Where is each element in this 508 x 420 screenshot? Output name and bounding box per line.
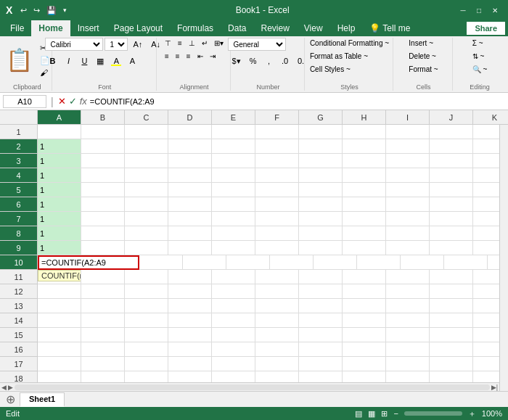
col-header-K[interactable]: K xyxy=(473,110,508,124)
italic-button[interactable]: I xyxy=(61,54,75,67)
underline-button[interactable]: U xyxy=(77,54,91,67)
row-header-7[interactable]: 7 xyxy=(0,212,38,226)
number-format-select[interactable]: General xyxy=(228,38,286,51)
cell-B8[interactable] xyxy=(81,226,125,241)
font-color-button[interactable]: A xyxy=(125,54,139,67)
cell-A10[interactable]: =COUNTIF(A2:A9 xyxy=(38,255,139,270)
cell-I5[interactable] xyxy=(386,183,430,197)
cell-G1[interactable] xyxy=(299,125,343,139)
cell-G4[interactable] xyxy=(299,168,343,183)
cell-G11[interactable] xyxy=(299,270,343,284)
cell-I7[interactable] xyxy=(386,212,430,226)
border-button[interactable]: ▦ xyxy=(93,54,107,67)
col-header-J[interactable]: J xyxy=(430,110,473,124)
increase-font-icon[interactable]: A↑ xyxy=(129,38,146,51)
view-page-break-button[interactable]: ⊞ xyxy=(381,409,388,419)
col-header-C[interactable]: C xyxy=(125,110,168,124)
cell-D10[interactable] xyxy=(183,255,226,270)
cell-E11[interactable] xyxy=(212,270,255,284)
tab-help[interactable]: Help xyxy=(330,20,363,36)
cell-A6[interactable]: 1 xyxy=(38,197,81,212)
right-align-button[interactable]: ≡ xyxy=(184,51,194,62)
merge-button[interactable]: ⊞▾ xyxy=(211,38,226,49)
cell-styles-button[interactable]: Cell Styles ~ xyxy=(306,64,354,75)
row-header-9[interactable]: 9 xyxy=(0,241,38,255)
col-header-D[interactable]: D xyxy=(168,110,212,124)
col-header-F[interactable]: F xyxy=(255,110,299,124)
cell-J11[interactable] xyxy=(430,270,473,284)
cell-I3[interactable] xyxy=(386,154,430,168)
cell-H11[interactable] xyxy=(343,270,386,284)
cell-reference-input[interactable] xyxy=(3,95,46,108)
cell-G10[interactable] xyxy=(314,255,357,270)
row-header-1[interactable]: 1 xyxy=(0,125,38,139)
cell-E8[interactable] xyxy=(212,226,255,241)
cell-J6[interactable] xyxy=(430,197,473,212)
col-header-A[interactable]: A xyxy=(38,110,81,124)
cell-B5[interactable] xyxy=(81,183,125,197)
cell-E3[interactable] xyxy=(212,154,255,168)
col-header-H[interactable]: H xyxy=(343,110,386,124)
vertical-scrollbar[interactable] xyxy=(499,125,508,391)
insert-cells-button[interactable]: Insert ~ xyxy=(405,38,437,49)
cell-F5[interactable] xyxy=(255,183,299,197)
header-corner[interactable] xyxy=(0,110,38,124)
cell-B3[interactable] xyxy=(81,154,125,168)
save-icon[interactable]: 💾 xyxy=(44,4,59,17)
cell-G8[interactable] xyxy=(299,226,343,241)
col-header-I[interactable]: I xyxy=(386,110,430,124)
cell-E6[interactable] xyxy=(212,197,255,212)
cell-F3[interactable] xyxy=(255,154,299,168)
cell-H7[interactable] xyxy=(343,212,386,226)
row-header-4[interactable]: 4 xyxy=(0,168,38,183)
wrap-text-button[interactable]: ↵ xyxy=(199,38,210,49)
row-header-5[interactable]: 5 xyxy=(0,183,38,197)
share-button[interactable]: Share xyxy=(467,22,505,35)
cell-C5[interactable] xyxy=(125,183,168,197)
cell-B7[interactable] xyxy=(81,212,125,226)
find-select-button[interactable]: 🔍 ~ xyxy=(469,64,491,75)
row-header-8[interactable]: 8 xyxy=(0,226,38,241)
cell-C11[interactable] xyxy=(125,270,168,284)
tab-view[interactable]: View xyxy=(297,20,330,36)
cell-F6[interactable] xyxy=(255,197,299,212)
cell-I10[interactable] xyxy=(401,255,444,270)
cell-D4[interactable] xyxy=(168,168,212,183)
cell-C7[interactable] xyxy=(125,212,168,226)
cell-D8[interactable] xyxy=(168,226,212,241)
top-align-button[interactable]: ⊤ xyxy=(162,38,174,49)
cell-E5[interactable] xyxy=(212,183,255,197)
cell-K11[interactable] xyxy=(473,270,499,284)
format-as-table-button[interactable]: Format as Table ~ xyxy=(306,51,372,62)
increase-decimal-button[interactable]: .0 xyxy=(278,54,292,67)
cell-K9[interactable] xyxy=(473,241,499,255)
delete-cells-button[interactable]: Delete ~ xyxy=(405,51,440,62)
cell-D6[interactable] xyxy=(168,197,212,212)
cell-K1[interactable] xyxy=(473,125,499,139)
middle-align-button[interactable]: ≡ xyxy=(175,38,185,49)
cell-C10[interactable] xyxy=(139,255,183,270)
close-button[interactable]: ✕ xyxy=(488,3,502,17)
col-header-B[interactable]: B xyxy=(81,110,125,124)
cell-D9[interactable] xyxy=(168,241,212,255)
comma-button[interactable]: , xyxy=(262,54,276,67)
cell-J4[interactable] xyxy=(430,168,473,183)
cell-K3[interactable] xyxy=(473,154,499,168)
cell-A5[interactable]: 1 xyxy=(38,183,81,197)
cell-A8[interactable]: 1 xyxy=(38,226,81,241)
cell-G2[interactable] xyxy=(299,139,343,154)
cell-I9[interactable] xyxy=(386,241,430,255)
cell-H6[interactable] xyxy=(343,197,386,212)
cell-B9[interactable] xyxy=(81,241,125,255)
cell-A2[interactable]: 1 xyxy=(38,139,81,154)
tab-home[interactable]: Home xyxy=(31,20,70,36)
cell-A11[interactable]: COUNTIF(range, criteria) xyxy=(38,270,81,284)
cell-F11[interactable] xyxy=(255,270,299,284)
cell-E2[interactable] xyxy=(212,139,255,154)
cell-H2[interactable] xyxy=(343,139,386,154)
cell-J5[interactable] xyxy=(430,183,473,197)
cell-F1[interactable] xyxy=(255,125,299,139)
cell-D7[interactable] xyxy=(168,212,212,226)
cell-A4[interactable]: 1 xyxy=(38,168,81,183)
tab-page-layout[interactable]: Page Layout xyxy=(107,20,170,36)
